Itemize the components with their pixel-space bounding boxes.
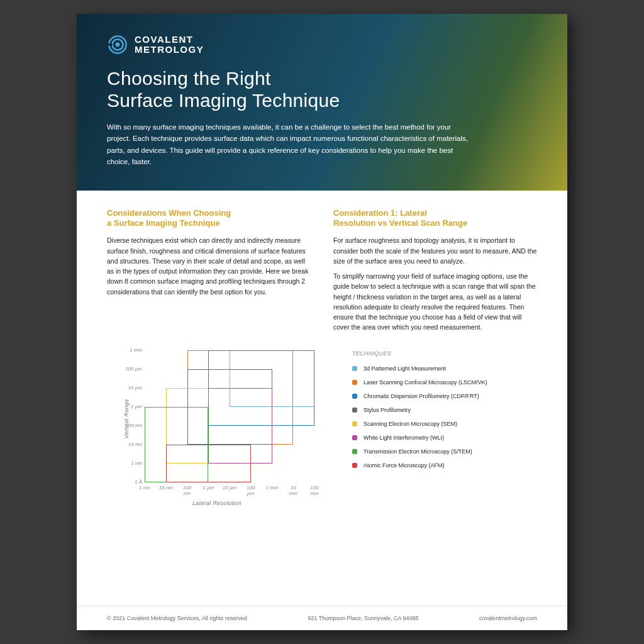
- technique-rect: [166, 445, 251, 482]
- legend-item: Scanning Electron Microscopy (SEM): [352, 421, 537, 427]
- footer: © 2021 Covalent Metrology Services, All …: [77, 606, 567, 630]
- right-paragraph-1: For surface roughness and topology analy…: [333, 235, 537, 266]
- legend-item: White Light Interferometry (WLI): [352, 435, 537, 441]
- chart-plot: Vertical Range Lateral Resolution 1 nm10…: [107, 347, 327, 510]
- svg-point-2: [116, 43, 120, 47]
- legend-swatch: [352, 435, 357, 440]
- legend-title: TECHNIQUES: [352, 350, 537, 357]
- y-tick: 10 µm: [118, 385, 142, 391]
- logo-text: COVALENT METROLOGY: [135, 35, 204, 55]
- two-columns: Considerations When Choosing a Surface I…: [107, 208, 537, 338]
- legend-swatch: [352, 449, 357, 454]
- logo-icon: [107, 34, 128, 55]
- legend-label: 3d Patterned Light Measurement: [364, 365, 446, 372]
- right-heading: Consideration 1: Lateral Resolution vs V…: [333, 208, 537, 230]
- legend-swatch: [352, 394, 357, 399]
- x-tick: 1 nm: [137, 485, 152, 491]
- y-tick: 1 nm: [118, 460, 142, 466]
- legend-label: Atomic Force Microscopy (AFM): [364, 462, 445, 469]
- legend-swatch: [352, 463, 357, 468]
- chart-section: Vertical Range Lateral Resolution 1 nm10…: [107, 347, 537, 599]
- legend-swatch: [352, 421, 357, 426]
- column-left: Considerations When Choosing a Surface I…: [107, 208, 311, 338]
- body-content: Considerations When Choosing a Surface I…: [77, 191, 567, 606]
- intro-paragraph: With so many surface imaging techniques …: [107, 121, 472, 168]
- legend-label: Transmission Electron Microscopy (S/TEM): [364, 448, 472, 455]
- page-title: Choosing the Right Surface Imaging Techn…: [107, 68, 537, 111]
- title-line1: Choosing the Right: [107, 68, 271, 89]
- y-tick: 1 µm: [118, 404, 142, 409]
- title-line2: Surface Imaging Technique: [107, 90, 340, 111]
- x-tick: 100 µm: [243, 485, 258, 496]
- header-banner: COVALENT METROLOGY Choosing the Right Su…: [77, 14, 567, 191]
- footer-copyright: © 2021 Covalent Metrology Services, All …: [107, 615, 247, 621]
- legend-item: Atomic Force Microscopy (AFM): [352, 462, 537, 469]
- y-tick: 100 nm: [118, 423, 142, 428]
- footer-address: 921 Thompson Place, Sunnyvale, CA 94085: [308, 615, 418, 621]
- legend-label: Stylus Profilometry: [364, 407, 411, 413]
- svg-rect-3: [107, 43, 113, 45]
- column-right: Consideration 1: Lateral Resolution vs V…: [333, 208, 537, 338]
- y-tick: 1 mm: [118, 347, 142, 353]
- y-tick: 10 nm: [118, 441, 142, 447]
- legend-swatch: [352, 408, 357, 413]
- x-tick: 10 µm: [222, 485, 237, 491]
- legend-item: Laser Scanning Confocal Microscopy (LSCM…: [352, 379, 537, 386]
- legend-item: Stylus Profilometry: [352, 407, 537, 413]
- logo: COVALENT METROLOGY: [107, 34, 537, 55]
- x-tick: 1 mm: [265, 485, 280, 491]
- legend-item: 3d Patterned Light Measurement: [352, 365, 537, 372]
- x-tick: 100 nm: [180, 485, 195, 496]
- legend-label: Chromatic Dispersion Profilometry (CDP/F…: [364, 393, 479, 399]
- footer-url: covalentmetrology.com: [479, 615, 537, 621]
- plot-area: [145, 350, 314, 482]
- brand-line2: METROLOGY: [135, 45, 204, 55]
- y-tick: 1 Å: [118, 479, 142, 485]
- x-tick: 1 µm: [201, 485, 216, 491]
- x-tick: 10 mm: [286, 485, 301, 496]
- legend-label: White Light Interferometry (WLI): [364, 435, 444, 441]
- chart-legend: TECHNIQUES 3d Patterned Light Measuremen…: [327, 347, 537, 476]
- legend-label: Scanning Electron Microscopy (SEM): [364, 421, 457, 427]
- y-tick: 100 µm: [118, 366, 142, 372]
- right-paragraph-2: To simplify narrowing your field of surf…: [333, 271, 537, 333]
- legend-swatch: [352, 366, 357, 371]
- left-heading: Considerations When Choosing a Surface I…: [107, 208, 311, 230]
- x-tick: 100 mm: [307, 485, 322, 496]
- x-axis-label: Lateral Resolution: [107, 500, 327, 506]
- brand-line1: COVALENT: [135, 35, 204, 45]
- legend-item: Chromatic Dispersion Profilometry (CDP/F…: [352, 393, 537, 399]
- left-paragraph: Diverse techniques exist which can direc…: [107, 235, 311, 297]
- document-page: COVALENT METROLOGY Choosing the Right Su…: [77, 14, 567, 630]
- legend-swatch: [352, 380, 357, 385]
- legend-label: Laser Scanning Confocal Microscopy (LSCM…: [364, 379, 487, 386]
- x-tick: 10 nm: [158, 485, 174, 491]
- legend-item: Transmission Electron Microscopy (S/TEM): [352, 448, 537, 455]
- legend-items: 3d Patterned Light MeasurementLaser Scan…: [352, 365, 537, 469]
